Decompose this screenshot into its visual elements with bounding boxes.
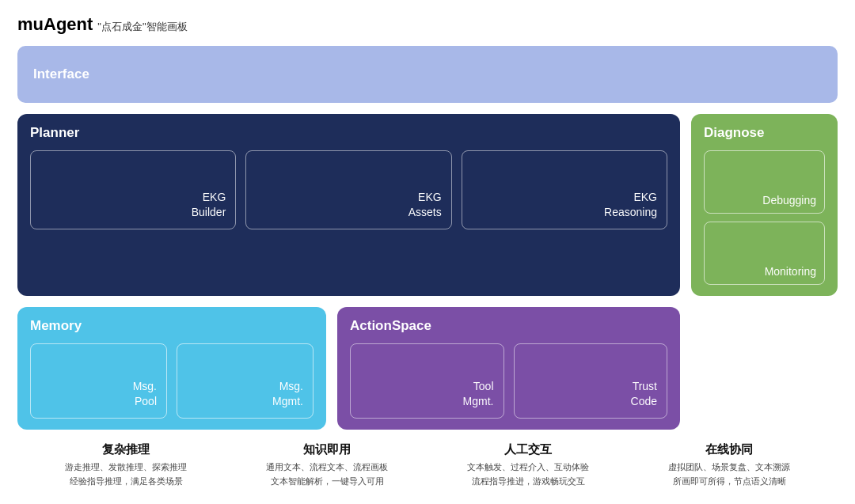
planner-card-ekg-assets: EKGAssets: [245, 150, 451, 229]
feature-human-interaction: 人工交互 文本触发、过程介入、互动体验 流程指导推进，游戏畅玩交互: [428, 442, 629, 488]
diagnose-cards: Debugging Monitoring: [704, 150, 825, 285]
actionspace-cards: ToolMgmt. TrustCode: [350, 343, 667, 419]
bottom-row: Memory Msg.Pool Msg.Mgmt. ActionSpace To…: [17, 307, 838, 430]
action-card-trust-code: TrustCode: [514, 343, 668, 419]
header: muAgent "点石成金"智能画板: [17, 14, 838, 35]
feature-human-interaction-desc: 文本触发、过程介入、互动体验 流程指导推进，游戏畅玩交互: [434, 460, 622, 488]
feature-knowledge-title: 知识即用: [233, 442, 421, 457]
middle-row: Planner EKGBuilder EKGAssets EKGReasonin…: [17, 114, 838, 296]
interface-label: Interface: [33, 66, 89, 82]
feature-human-interaction-title: 人工交互: [434, 442, 622, 457]
memory-card-msg-mgmt: Msg.Mgmt.: [177, 343, 314, 419]
feature-complex-reasoning: 复杂推理 游走推理、发散推理、探索推理 经验指导推理，满足各类场景: [25, 442, 226, 488]
feature-knowledge: 知识即用 通用文本、流程文本、流程画板 文本智能解析，一键导入可用: [226, 442, 428, 488]
features-row: 复杂推理 游走推理、发散推理、探索推理 经验指导推理，满足各类场景 知识即用 通…: [17, 442, 838, 488]
logo-bold: muAgent: [17, 14, 93, 35]
diagnose-card-monitoring: Monitoring: [704, 222, 825, 285]
diagnose-card-debugging: Debugging: [704, 150, 825, 214]
action-card-tool-mgmt-text: ToolMgmt.: [463, 379, 494, 410]
actionspace-section: ActionSpace ToolMgmt. TrustCode: [337, 307, 680, 430]
memory-card-msg-pool: Msg.Pool: [30, 343, 167, 419]
actionspace-title: ActionSpace: [350, 318, 667, 334]
memory-card-msg-pool-text: Msg.Pool: [133, 379, 157, 410]
memory-card-msg-mgmt-text: Msg.Mgmt.: [272, 379, 303, 410]
interface-bar: Interface: [17, 46, 838, 103]
planner-title: Planner: [30, 125, 667, 141]
planner-card-ekg-reasoning-text: EKGReasoning: [604, 190, 657, 221]
planner-card-ekg-assets-text: EKGAssets: [408, 190, 442, 221]
action-card-tool-mgmt: ToolMgmt.: [350, 343, 504, 419]
feature-complex-reasoning-desc: 游走推理、发散推理、探索推理 经验指导推理，满足各类场景: [32, 460, 220, 488]
action-card-trust-code-text: TrustCode: [631, 379, 657, 410]
planner-card-ekg-builder: EKGBuilder: [30, 150, 236, 229]
diagnose-spacer: [691, 307, 838, 430]
planner-card-ekg-reasoning: EKGReasoning: [462, 150, 667, 229]
diagnose-card-monitoring-text: Monitoring: [765, 265, 816, 278]
memory-cards: Msg.Pool Msg.Mgmt.: [30, 343, 314, 419]
diagnose-title: Diagnose: [704, 125, 825, 141]
memory-section: Memory Msg.Pool Msg.Mgmt.: [17, 307, 326, 430]
feature-knowledge-desc: 通用文本、流程文本、流程画板 文本智能解析，一键导入可用: [233, 460, 421, 488]
header-subtitle: "点石成金"智能画板: [97, 20, 187, 34]
planner-card-ekg-builder-text: EKGBuilder: [192, 190, 226, 221]
diagnose-card-debugging-text: Debugging: [762, 194, 816, 207]
memory-title: Memory: [30, 318, 314, 334]
planner-section: Planner EKGBuilder EKGAssets EKGReasonin…: [17, 114, 680, 296]
diagnose-section: Diagnose Debugging Monitoring: [691, 114, 838, 296]
feature-online-collaboration: 在线协同 虚拟团队、场景复盘、文本溯源 所画即可所得，节点语义清晰: [629, 442, 830, 488]
feature-complex-reasoning-title: 复杂推理: [32, 442, 220, 457]
feature-online-collaboration-title: 在线协同: [635, 442, 823, 457]
feature-online-collaboration-desc: 虚拟团队、场景复盘、文本溯源 所画即可所得，节点语义清晰: [635, 460, 823, 488]
planner-cards: EKGBuilder EKGAssets EKGReasoning: [30, 150, 667, 229]
